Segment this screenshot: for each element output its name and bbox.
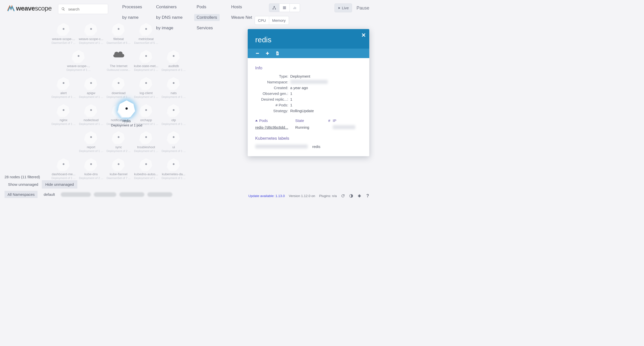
node-sublabel: DaemonSet of 7 ... <box>52 41 76 44</box>
node-otp[interactable]: otpDeployment of 1 ... <box>160 104 187 125</box>
namespace-all[interactable]: All Namespaces <box>5 191 38 198</box>
minus-icon[interactable] <box>255 51 260 56</box>
svg-point-1 <box>273 9 274 10</box>
search-input[interactable] <box>68 7 105 11</box>
node-sync[interactable]: syncDeployment of 2 ... <box>105 131 132 152</box>
node-kubedns-autos-[interactable]: kubedns-autos...Deployment of 1 ... <box>133 158 160 180</box>
node-sublabel: Deployment of 1 pod <box>111 123 142 127</box>
view-sub-by-dns-name[interactable]: by DNS name <box>154 14 185 21</box>
namespace-blurred[interactable] <box>147 192 172 197</box>
node-label: troubleshoot <box>137 145 155 149</box>
show-unmanaged[interactable]: Show unmanaged <box>5 180 42 189</box>
node-download[interactable]: downloadDeployment of 1 ... <box>105 77 132 98</box>
close-icon[interactable]: ✕ <box>361 32 366 39</box>
layout-graph-button[interactable] <box>269 4 279 12</box>
view-processes[interactable]: Processes <box>120 4 144 11</box>
node-report[interactable]: reportDeployment of 1 ... <box>78 131 105 152</box>
bug-icon[interactable] <box>357 194 362 198</box>
svg-rect-5 <box>283 9 286 9</box>
node-label: download <box>112 91 126 95</box>
node-sublabel: DaemonSet of 5 ... <box>107 41 131 44</box>
svg-rect-6 <box>293 8 294 9</box>
node-dashboard-me-[interactable]: dashboard-me...Deployment of 1 ... <box>50 158 77 180</box>
node-sublabel: Deployment of 1 ... <box>134 68 158 71</box>
node-sublabel: Deployment of 1 ... <box>134 149 158 152</box>
info-value: 1 <box>290 103 362 107</box>
node-the-internet[interactable]: The InternetOutbound conne... <box>105 50 132 71</box>
col-count[interactable]: # <box>323 118 330 123</box>
node-sublabel: Deployment of 1 ... <box>162 68 186 71</box>
node-troubleshoot[interactable]: troubleshootDeployment of 1 ... <box>133 131 160 152</box>
node-label: weave-scope-... <box>67 64 90 68</box>
node-sublabel: DaemonSet of 5 ... <box>134 41 158 44</box>
unmanaged-toggle: Show unmanaged Hide unmanaged <box>5 180 77 189</box>
node-nodecloud[interactable]: nodecloudDeployment of 1 ... <box>78 104 105 125</box>
view-sub-by-name[interactable]: by name <box>120 14 144 21</box>
refresh-icon[interactable] <box>341 194 345 198</box>
pod-link[interactable]: redis-7d6c9bc6dd... <box>255 125 295 129</box>
live-button[interactable]: Live <box>335 4 352 12</box>
node-weave-scope-c-[interactable]: weave-scope-c...Deployment of 1 ... <box>78 23 105 44</box>
node-weave-scope-[interactable]: weave-scope-...DaemonSet of 7 ... <box>50 23 77 44</box>
time-mode-group: Live <box>335 4 352 12</box>
node-kubernetes-da-[interactable]: kubernetes-da...Deployment of 1 ... <box>160 158 187 180</box>
bars-icon <box>293 6 297 10</box>
logo[interactable]: weavescope <box>7 5 52 12</box>
node-auditdb[interactable]: auditdbDeployment of 1 ... <box>160 50 187 71</box>
info-key: Namespace <box>255 80 290 84</box>
view-hosts[interactable]: Hosts <box>229 4 255 11</box>
node-sublabel: Deployment of 1 ... <box>79 41 103 44</box>
svg-rect-14 <box>277 53 278 54</box>
contrast-icon[interactable] <box>349 194 353 198</box>
node-label: kubedns-autos... <box>134 172 158 176</box>
node-sublabel: Outbound conne... <box>107 68 131 71</box>
node-kube-flannel[interactable]: kube-flannelDaemonSet of 7 ... <box>105 158 132 180</box>
namespace-blurred[interactable] <box>94 192 116 197</box>
node-label: kube-dns <box>84 172 98 176</box>
col-state[interactable]: State <box>295 118 323 123</box>
search-icon <box>61 7 65 11</box>
node-log-client[interactable]: log-clientDeployment of 1 ... <box>133 77 160 98</box>
namespace-default[interactable]: default <box>41 191 58 198</box>
node-label: otp <box>171 118 176 122</box>
layout-table-button[interactable] <box>279 4 289 12</box>
detail-panel: ✕ redis Info TypeDeploymentNamespace Cre… <box>248 29 369 156</box>
klabels-title: Kubernetes labels <box>255 136 362 141</box>
view-sub-services[interactable]: Services <box>194 25 220 32</box>
node-redis-selected[interactable]: redis Deployment of 1 pod <box>109 100 144 127</box>
document-icon[interactable] <box>275 51 280 56</box>
node-nginx[interactable]: nginxDeployment of 1 ... <box>50 104 77 125</box>
node-sublabel: Deployment of 1 ... <box>79 149 103 152</box>
node-nats[interactable]: natsDeployment of 1 ... <box>160 77 187 98</box>
layout-resources-button[interactable] <box>289 4 300 12</box>
plus-icon[interactable] <box>265 51 270 56</box>
node-ui[interactable]: uiDeployment of 1 ... <box>160 131 187 152</box>
node-kube-state-met-[interactable]: kube-state-met...Deployment of 1 ... <box>133 50 160 71</box>
view-pods[interactable]: Pods <box>194 4 220 11</box>
help-icon[interactable]: ? <box>366 194 370 198</box>
namespace-blurred[interactable] <box>119 192 144 197</box>
node-weave-scope-[interactable]: weave-scope-...Deployment of 1 ... <box>65 50 92 71</box>
info-row: Createda year ago <box>255 86 362 90</box>
col-pods[interactable]: Pods <box>255 118 295 123</box>
view-sub-weave-net[interactable]: Weave Net <box>229 14 255 21</box>
node-apigw[interactable]: apigwDeployment of 1 ... <box>78 77 105 98</box>
view-containers[interactable]: Containers <box>154 4 185 11</box>
klabel-value: redis <box>312 144 320 149</box>
node-label: nats <box>171 91 177 95</box>
update-available-link[interactable]: Update available: 1.13.0 <box>248 194 285 198</box>
plugins-text: Plugins: n/a <box>319 194 337 198</box>
col-ip[interactable]: IP <box>330 118 362 123</box>
pause-button[interactable]: Pause <box>357 6 369 11</box>
view-sub-by-image[interactable]: by image <box>154 25 185 32</box>
info-value: Deployment <box>290 74 362 78</box>
namespace-blurred[interactable] <box>61 192 91 197</box>
info-value <box>290 80 362 84</box>
node-sublabel: Deployment of 1 ... <box>52 177 76 180</box>
hide-unmanaged[interactable]: Hide unmanaged <box>42 180 77 189</box>
node-alert[interactable]: alertDeployment of 1 ... <box>50 77 77 98</box>
node-count-status: 28 nodes (11 filtered) <box>5 175 40 179</box>
node-kube-dns[interactable]: kube-dnsDeployment of 2 ... <box>78 158 105 180</box>
search-box[interactable] <box>58 4 108 14</box>
view-sub-controllers[interactable]: Controllers <box>194 14 220 21</box>
